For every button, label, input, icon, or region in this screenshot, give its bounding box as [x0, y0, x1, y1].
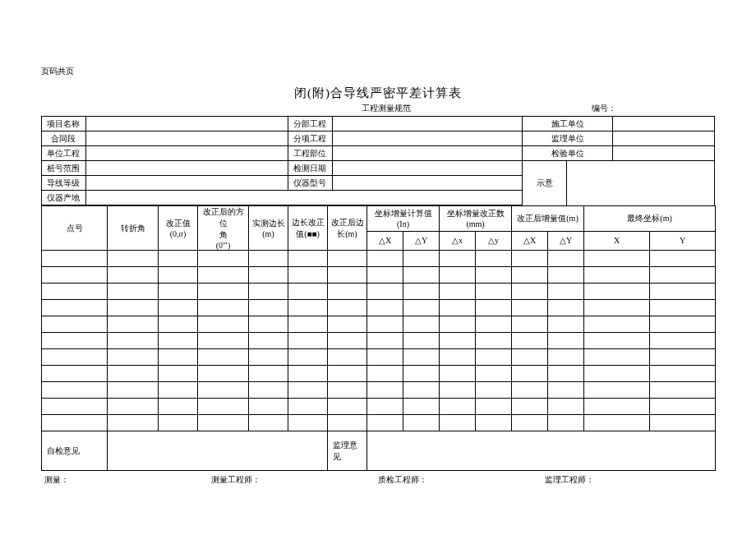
- sig-measure-engineer: 测量工程师：: [211, 474, 378, 486]
- label-instrument-origin: 仪器产地: [42, 191, 86, 205]
- col-dy3: △Y: [548, 231, 584, 250]
- sig-supervision-engineer: 监理工程师：: [545, 474, 712, 486]
- col-y: Y: [650, 231, 716, 250]
- col-measured-length: 实测边长 (m): [249, 206, 288, 251]
- table-row: [42, 366, 716, 382]
- supervision-label: 监理意见: [328, 431, 367, 471]
- sig-measure: 测量：: [44, 474, 211, 486]
- page-marker: 页码共页: [41, 66, 715, 77]
- label-unit-project: 单位工程: [42, 146, 86, 161]
- col-group-final-coord: 最终坐标(m): [584, 206, 716, 232]
- table-row: [42, 333, 716, 349]
- spec-label: 工程测量规范: [362, 103, 411, 114]
- col-group-increment-after: 改正后增量值(m): [512, 206, 584, 232]
- label-construction-unit: 施工单位: [523, 117, 613, 131]
- col-corrected-length: 改正后边 长(m): [328, 206, 367, 251]
- table-row: [42, 316, 716, 333]
- label-project-name: 项目名称: [42, 117, 86, 131]
- table-row: [42, 251, 716, 267]
- label-station-range: 桩号范围: [42, 161, 86, 176]
- col-correction: 改正值 (0,σ): [159, 206, 198, 251]
- sig-qc-engineer: 质检工程师：: [378, 474, 545, 486]
- self-check-label: 自检意见: [42, 431, 108, 471]
- label-inspection-date: 检测日期: [288, 161, 332, 176]
- calculation-table: 点号 转折角 改正值 (0,σ) 改正后的方位 角 (0'") 实测边长 (m)…: [41, 205, 716, 471]
- col-group-increment-corr: 坐标增量改正数(mm): [440, 206, 512, 232]
- col-dy1: △Y: [403, 231, 440, 250]
- col-dx2: △x: [440, 231, 476, 250]
- table-row: [42, 415, 716, 431]
- label-subitem: 分项工程: [288, 131, 332, 146]
- col-azimuth: 改正后的方位 角 (0'"): [198, 206, 249, 251]
- label-subpart: 分部工程: [288, 117, 332, 131]
- col-dx1: △X: [367, 231, 403, 250]
- table-row: [42, 300, 716, 316]
- doc-number-label: 编号：: [592, 103, 616, 114]
- label-schematic: 示意: [523, 161, 567, 205]
- table-row: [42, 284, 716, 300]
- label-supervision-unit: 监理单位: [523, 131, 613, 146]
- col-angle: 转折角: [108, 206, 159, 251]
- table-row: [42, 382, 716, 399]
- col-point: 点号: [42, 206, 108, 251]
- label-instrument-model: 仪器型号: [288, 176, 332, 191]
- label-position: 工程部位: [288, 146, 332, 161]
- col-x: X: [584, 231, 650, 250]
- label-traverse-grade: 导线等级: [42, 176, 86, 191]
- document-title: 闭(附)合导线严密平差计算表: [294, 86, 462, 99]
- label-contract: 合同段: [42, 131, 86, 146]
- col-group-increment-calc: 坐标增量计算值(In): [367, 206, 440, 232]
- col-length-correction: 边长改正 值(■■): [288, 206, 328, 251]
- table-row: [42, 399, 716, 415]
- table-row: [42, 267, 716, 284]
- col-dy2: △y: [476, 231, 512, 250]
- info-header-table: 项目名称 分部工程 施工单位 合同段 分项工程 监理单位 单位工程 工程部位 检…: [41, 116, 715, 205]
- signature-row: 测量： 测量工程师： 质检工程师： 监理工程师：: [41, 474, 715, 486]
- col-dx3: △X: [512, 231, 548, 250]
- label-inspection-unit: 检验单位: [523, 146, 613, 161]
- table-row: [42, 349, 716, 366]
